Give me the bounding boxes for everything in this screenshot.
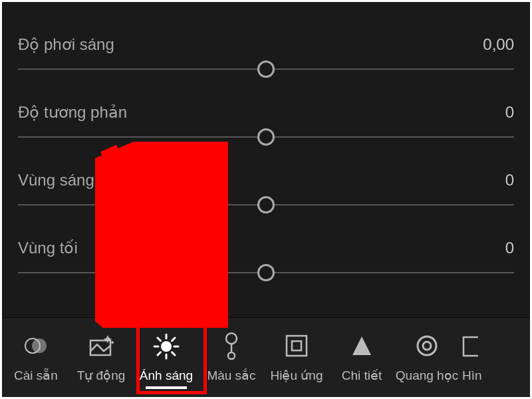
toolbar-color[interactable]: Màu sắc [199, 321, 264, 394]
svg-rect-16 [292, 341, 301, 350]
toolbar-light[interactable]: Ánh sáng [134, 321, 199, 394]
toolbar-optics[interactable]: Quang học [394, 321, 460, 394]
slider-value: 0 [505, 239, 514, 257]
slider-shadows: Vùng tối 0 [18, 239, 514, 273]
color-icon [221, 332, 241, 360]
svg-marker-23 [138, 275, 211, 321]
svg-line-9 [172, 352, 176, 355]
toolbar-geometry[interactable]: Hìn [460, 321, 489, 394]
toolbar-label: Chi tiết [342, 368, 382, 383]
slider-thumb[interactable] [257, 61, 275, 78]
optics-icon [415, 332, 439, 360]
slider-label: Độ phơi sáng [18, 35, 114, 54]
svg-point-18 [418, 336, 436, 355]
svg-marker-17 [352, 336, 371, 355]
svg-point-3 [161, 341, 172, 352]
slider-track-exposure[interactable] [18, 68, 514, 70]
svg-rect-20 [464, 337, 478, 356]
slider-track-highlights[interactable] [18, 204, 514, 205]
svg-point-14 [228, 352, 235, 359]
svg-point-12 [226, 333, 237, 344]
detail-icon [350, 332, 374, 360]
slider-label: Vùng tối [18, 239, 78, 257]
slider-track-contrast[interactable] [18, 136, 514, 138]
geometry-icon [462, 332, 478, 360]
toolbar-label: Cài sẵn [14, 368, 58, 383]
slider-highlights: Vùng sáng 0 [18, 171, 514, 205]
toolbar-detail[interactable]: Chi tiết [329, 321, 394, 394]
slider-label: Độ tương phản [18, 103, 127, 122]
toolbar-label: Tự động [77, 368, 126, 383]
slider-value: 0 [505, 171, 514, 190]
slider-exposure: Độ phơi sáng 0,00 [18, 35, 514, 70]
toolbar-auto[interactable]: Tự động [68, 321, 134, 394]
slider-value: 0,00 [483, 35, 514, 54]
light-panel: Độ phơi sáng 0,00 Độ tương phản 0 Vùng s… [2, 2, 530, 273]
svg-line-10 [158, 352, 161, 355]
svg-rect-15 [287, 336, 307, 356]
toolbar-label: Ánh sáng [140, 368, 193, 383]
presets-icon [23, 332, 49, 360]
effects-icon [285, 332, 309, 360]
svg-point-19 [423, 342, 431, 350]
toolbar-label: Hìn [462, 368, 482, 383]
toolbar-effects[interactable]: Hiệu ứng [264, 321, 329, 394]
light-icon [152, 332, 180, 360]
active-underline [146, 386, 187, 389]
svg-line-8 [158, 338, 161, 341]
slider-thumb[interactable] [257, 264, 275, 281]
slider-thumb[interactable] [257, 128, 275, 146]
toolbar-label: Quang học [396, 368, 458, 383]
svg-line-11 [172, 338, 176, 341]
toolbar-label: Hiệu ứng [271, 368, 323, 383]
slider-value: 0 [505, 103, 514, 122]
toolbar-label: Màu sắc [207, 368, 255, 383]
svg-point-1 [32, 338, 47, 353]
slider-track-shadows[interactable] [18, 272, 514, 273]
slider-label: Vùng sáng [18, 171, 94, 190]
auto-icon [88, 332, 114, 360]
toolbar-presets[interactable]: Cài sẵn [3, 321, 68, 394]
slider-thumb[interactable] [257, 196, 275, 213]
bottom-toolbar: Cài sẵn Tự động [2, 317, 530, 397]
slider-contrast: Độ tương phản 0 [18, 103, 514, 138]
